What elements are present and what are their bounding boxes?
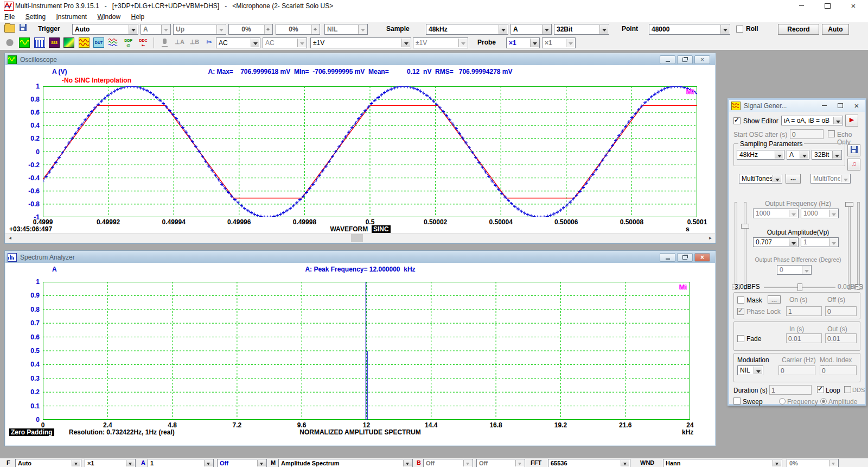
sweep-amplitude-radio[interactable] [820, 398, 827, 405]
fade-out-input[interactable]: 0.01 [825, 333, 857, 343]
menu-setting[interactable]: Setting [21, 12, 50, 22]
menu-file[interactable]: File [0, 12, 19, 22]
fade-checkbox[interactable] [737, 335, 744, 342]
range-b-select[interactable]: ±1V [413, 37, 468, 48]
oscilloscope-hscrollbar[interactable]: ◄ ► [5, 233, 715, 243]
amplitude-slider-b-inner[interactable] [848, 202, 851, 290]
sweep-frequency-radio[interactable] [779, 398, 786, 405]
signal-generator-icon[interactable] [78, 37, 91, 49]
scroll-thumb[interactable] [351, 234, 363, 242]
amplitude-b-select[interactable]: 1 [801, 237, 839, 247]
spectrum-restore-button[interactable] [677, 253, 693, 262]
frequency-mult-select[interactable]: ×1 [85, 459, 136, 467]
slider-thumb[interactable] [741, 224, 749, 229]
coupling-b-select[interactable]: AC [263, 37, 307, 48]
generator-sample-rate-select[interactable]: 48kHz [737, 150, 784, 160]
echo-only-checkbox[interactable] [828, 130, 835, 137]
duration-input[interactable]: 1 [769, 385, 812, 395]
oscilloscope-close-button[interactable]: × [694, 55, 710, 64]
trigger-delay-spinner[interactable]: 0% [276, 24, 320, 35]
minimize-button[interactable] [789, 0, 814, 11]
b-scale-select[interactable]: Off [423, 459, 473, 467]
range-a-select[interactable]: ±1V [310, 37, 411, 48]
generator-close-button[interactable]: × [850, 100, 864, 111]
spectrum-close-button[interactable]: × [694, 253, 710, 262]
input-device-icon[interactable] [159, 37, 171, 49]
trigger-level-spinner[interactable]: 0% [228, 24, 273, 35]
window-function-select[interactable]: Hann [663, 459, 782, 467]
dbfs-slider-thumb[interactable] [797, 283, 802, 291]
generator-restore-button[interactable] [833, 100, 847, 111]
scroll-left-icon[interactable]: ◄ [5, 234, 15, 243]
generator-channel-select[interactable]: A [787, 150, 809, 160]
generator-bits-select[interactable]: 32Bit [812, 150, 842, 160]
trigger-nil-select[interactable]: NIL [324, 24, 368, 35]
mask-checkbox[interactable] [737, 296, 744, 304]
generator-minimize-button[interactable] [817, 100, 831, 111]
amplitude-slider-b-outer[interactable] [857, 202, 860, 290]
frequency-a-select[interactable]: 1000 [753, 209, 799, 218]
amplitude-a-select[interactable]: 0.707 [753, 237, 799, 247]
maximize-button[interactable] [815, 0, 840, 11]
loop-checkbox[interactable] [817, 386, 824, 393]
device-test-plan-icon[interactable]: DUT [93, 37, 105, 49]
fade-in-input[interactable]: 0.01 [786, 333, 822, 343]
carrier-input[interactable]: 0 [778, 365, 815, 375]
oscilloscope-minimize-button[interactable] [660, 55, 675, 64]
probe-a-select[interactable]: ×1 [506, 37, 540, 48]
sample-bits-select[interactable]: 32Bit [554, 24, 609, 35]
roll-checkbox[interactable] [736, 26, 743, 33]
mask-on-input[interactable]: 1 [786, 306, 822, 316]
ddc-icon[interactable]: DDC⇤ [137, 37, 150, 49]
frequency-axis-select[interactable]: Auto [15, 459, 81, 467]
fft-size-select[interactable]: 65536 [548, 459, 630, 467]
a-mode-select[interactable]: Off [217, 459, 267, 467]
close-button[interactable]: × [841, 0, 866, 11]
spectrum-minimize-button[interactable] [660, 253, 675, 262]
generator-run-button[interactable]: ▶ [845, 115, 858, 127]
ddp-viewer-icon[interactable]: DDP@ [123, 37, 135, 49]
start-osc-input[interactable]: 0 [790, 129, 824, 139]
autoscale-button[interactable]: Auto [822, 24, 849, 35]
amplitude-slider-a-inner[interactable] [744, 202, 746, 290]
menu-window[interactable]: Window [93, 12, 125, 22]
phase-lock-checkbox[interactable] [737, 308, 744, 315]
waveform-b-select[interactable]: MultiTones [810, 174, 851, 184]
coupling-a-select[interactable]: AC [216, 37, 260, 48]
save-file-icon[interactable] [20, 24, 27, 31]
a-scale-select[interactable]: 1 [148, 459, 214, 467]
mod-index-input[interactable]: 0 [820, 365, 857, 375]
point-count-select[interactable]: 48000 [649, 24, 730, 35]
b-mode-select[interactable]: Off [476, 459, 525, 467]
trigger-mode-select[interactable]: Auto [72, 24, 138, 35]
probe-b-select[interactable]: ×1 [542, 37, 576, 48]
sample-channel-select[interactable]: A [510, 24, 552, 35]
record-button[interactable]: Record [778, 24, 819, 35]
record-icon[interactable] [4, 37, 16, 49]
trigger-edge-select[interactable]: Up [173, 24, 226, 35]
generator-music-button[interactable]: ♫ [847, 159, 860, 171]
sweep-checkbox[interactable] [733, 397, 741, 405]
spectrum-3d-plot-icon[interactable] [63, 37, 75, 49]
amplitude-slider-a-outer[interactable] [735, 202, 737, 290]
generator-save-button[interactable] [847, 144, 860, 156]
multitones-editor-button[interactable]: ... [786, 174, 801, 184]
overlap-select[interactable]: 0% [787, 459, 839, 467]
frequency-b-select[interactable]: 1000 [801, 209, 839, 218]
routing-select[interactable]: iA = oA, iB = oB [781, 116, 843, 125]
oscilloscope-icon[interactable] [18, 37, 31, 49]
measurement-type-select[interactable]: Amplitude Spectrum [278, 459, 413, 467]
menu-help[interactable]: Help [127, 12, 149, 22]
spectrum-analyzer-icon[interactable] [34, 37, 46, 49]
scroll-right-icon[interactable]: ► [706, 234, 715, 243]
waveform-a-select[interactable]: MultiTones [739, 174, 782, 184]
oscilloscope-restore-button[interactable] [677, 55, 693, 64]
trigger-source-select[interactable]: A [141, 24, 171, 35]
mask-browse-button[interactable]: ... [768, 295, 781, 304]
sinc-badge[interactable]: SINC [372, 225, 391, 233]
calibration-icon[interactable]: ✂ [203, 37, 216, 49]
sample-rate-select[interactable]: 48kHz [426, 24, 508, 35]
menu-instrument[interactable]: Instrument [52, 12, 91, 22]
generator-titlebar[interactable]: Signal Gener... × [729, 100, 865, 112]
multimeter-icon[interactable]: 888 [48, 37, 61, 49]
